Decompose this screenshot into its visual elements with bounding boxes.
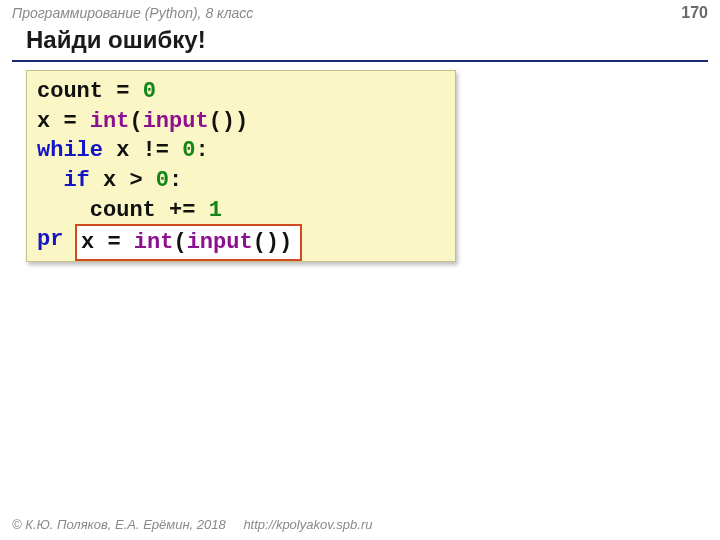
footer-url: http://kpolyakov.spb.ru — [243, 517, 372, 532]
slide-title: Найди ошибку! — [0, 24, 720, 60]
code-line-4: if x > 0: — [37, 166, 445, 196]
copyright: © К.Ю. Поляков, Е.А. Ерёмин, 2018 — [12, 517, 226, 532]
correction-overlay: x = int(input()) — [75, 224, 302, 261]
page-number: 170 — [681, 4, 708, 22]
course-label: Программирование (Python), 8 класс — [12, 5, 253, 21]
code-block: count = 0 x = int(input()) while x != 0:… — [26, 70, 456, 262]
code-line-1: count = 0 — [37, 77, 445, 107]
code-line-2: x = int(input()) — [37, 107, 445, 137]
code-line-5: count += 1 — [37, 196, 445, 226]
title-underline — [12, 60, 708, 62]
footer: © К.Ю. Поляков, Е.А. Ерёмин, 2018 http:/… — [12, 517, 372, 532]
header-bar: Программирование (Python), 8 класс 170 — [0, 0, 720, 24]
code-line-3: while x != 0: — [37, 136, 445, 166]
